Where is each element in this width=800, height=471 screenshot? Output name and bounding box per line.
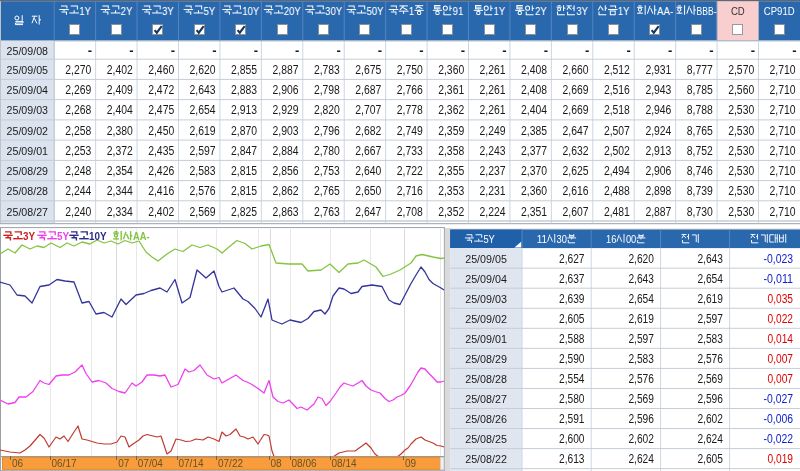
svg-text:08: 08 <box>271 458 283 469</box>
svg-text:2,472: 2,472 <box>148 83 174 97</box>
svg-text:2,502: 2,502 <box>604 144 630 158</box>
svg-text:2,600: 2,600 <box>559 432 585 446</box>
svg-text:2,620: 2,620 <box>190 63 216 77</box>
svg-text:2,530: 2,530 <box>728 184 754 198</box>
svg-text:2,654: 2,654 <box>628 292 654 306</box>
svg-text:2,583: 2,583 <box>697 332 723 346</box>
svg-text:2,898: 2,898 <box>645 184 671 198</box>
svg-text:2,884: 2,884 <box>273 144 299 158</box>
svg-text:2,707: 2,707 <box>355 103 381 117</box>
svg-text:2,616: 2,616 <box>563 184 589 198</box>
svg-text:91: 91 <box>453 5 464 17</box>
svg-text:-: - <box>709 43 713 58</box>
svg-text:2,650: 2,650 <box>355 184 381 198</box>
svg-text:2,481: 2,481 <box>604 205 630 219</box>
svg-text:8,752: 8,752 <box>687 144 713 158</box>
svg-text:0,019: 0,019 <box>768 452 794 466</box>
svg-text:2,906: 2,906 <box>645 164 671 178</box>
svg-text:2,619: 2,619 <box>190 124 216 138</box>
svg-text:-0,023: -0,023 <box>764 252 794 266</box>
svg-text:2,619: 2,619 <box>628 312 654 326</box>
svg-text:2,404: 2,404 <box>107 103 133 117</box>
svg-text:2,753: 2,753 <box>314 164 340 178</box>
svg-text:2,569: 2,569 <box>628 392 654 406</box>
svg-text:2,409: 2,409 <box>107 83 133 97</box>
svg-text:-0,027: -0,027 <box>764 392 794 406</box>
svg-text:10Y: 10Y <box>89 230 107 242</box>
svg-text:2,766: 2,766 <box>397 83 423 97</box>
svg-text:25/08/28: 25/08/28 <box>465 372 507 385</box>
svg-text:2,361: 2,361 <box>438 83 464 97</box>
svg-text:11: 11 <box>537 233 547 245</box>
svg-text:25/09/05: 25/09/05 <box>7 63 49 76</box>
svg-text:2,643: 2,643 <box>628 272 654 286</box>
svg-text:16: 16 <box>606 233 616 245</box>
svg-text:2,620: 2,620 <box>628 252 654 266</box>
svg-text:25/09/05: 25/09/05 <box>465 252 507 265</box>
svg-text:2,570: 2,570 <box>728 63 754 77</box>
svg-text:3Y: 3Y <box>576 5 588 17</box>
svg-text:-: - <box>88 43 92 58</box>
svg-text:-: - <box>502 43 506 58</box>
svg-text:2,749: 2,749 <box>397 124 423 138</box>
svg-text:2,887: 2,887 <box>645 205 671 219</box>
svg-text:2,231: 2,231 <box>480 184 506 198</box>
svg-text:8,785: 8,785 <box>687 83 713 97</box>
svg-text:2,820: 2,820 <box>314 103 340 117</box>
svg-text:2,643: 2,643 <box>190 83 216 97</box>
svg-text:2,560: 2,560 <box>728 83 754 97</box>
svg-text:2,708: 2,708 <box>397 205 423 219</box>
svg-text:25/08/22: 25/08/22 <box>465 452 507 465</box>
svg-text:0,035: 0,035 <box>768 292 794 306</box>
svg-text:2,783: 2,783 <box>314 63 340 77</box>
svg-text:2,815: 2,815 <box>231 184 257 198</box>
svg-text:2,710: 2,710 <box>770 63 796 77</box>
svg-text:AA-: AA- <box>133 230 150 242</box>
svg-text:-: - <box>751 43 755 58</box>
svg-text:8,765: 8,765 <box>687 124 713 138</box>
svg-text:2,240: 2,240 <box>65 205 91 219</box>
svg-text:2,258: 2,258 <box>65 124 91 138</box>
svg-text:2,530: 2,530 <box>728 124 754 138</box>
svg-text:2,576: 2,576 <box>697 352 723 366</box>
svg-text:2,943: 2,943 <box>645 83 671 97</box>
svg-text:2,569: 2,569 <box>697 372 723 386</box>
svg-text:2,605: 2,605 <box>559 312 585 326</box>
svg-text:2,710: 2,710 <box>770 144 796 158</box>
svg-text:30: 30 <box>557 233 567 245</box>
svg-text:1Y: 1Y <box>494 5 506 17</box>
svg-text:2,796: 2,796 <box>314 124 340 138</box>
svg-text:2,647: 2,647 <box>355 205 381 219</box>
svg-text:2,716: 2,716 <box>397 184 423 198</box>
svg-text:25/08/29: 25/08/29 <box>7 164 49 177</box>
svg-text:2,931: 2,931 <box>645 63 671 77</box>
svg-text:2,639: 2,639 <box>559 292 585 306</box>
svg-text:2,512: 2,512 <box>604 63 630 77</box>
svg-text:2,530: 2,530 <box>728 164 754 178</box>
svg-text:08/06: 08/06 <box>292 458 317 469</box>
svg-text:2,408: 2,408 <box>521 83 547 97</box>
svg-text:2,261: 2,261 <box>480 103 506 117</box>
svg-text:2,640: 2,640 <box>355 164 381 178</box>
svg-text:1Y: 1Y <box>79 5 91 17</box>
svg-text:2,913: 2,913 <box>231 103 257 117</box>
svg-text:8,777: 8,777 <box>687 63 713 77</box>
svg-text:2,855: 2,855 <box>231 63 257 77</box>
svg-text:2,494: 2,494 <box>604 164 630 178</box>
svg-text:2,362: 2,362 <box>438 103 464 117</box>
svg-text:2,815: 2,815 <box>231 164 257 178</box>
svg-text:2,710: 2,710 <box>770 205 796 219</box>
svg-text:2,507: 2,507 <box>604 124 630 138</box>
svg-text:25/08/29: 25/08/29 <box>465 352 507 365</box>
svg-text:2,667: 2,667 <box>355 144 381 158</box>
svg-text:2,588: 2,588 <box>559 332 585 346</box>
svg-text:07/22: 07/22 <box>218 458 243 469</box>
svg-text:2,637: 2,637 <box>559 272 585 286</box>
svg-text:07/14: 07/14 <box>179 458 204 469</box>
svg-text:2,516: 2,516 <box>604 83 630 97</box>
svg-text:2,647: 2,647 <box>563 124 589 138</box>
svg-text:2,596: 2,596 <box>697 392 723 406</box>
svg-text:25/09/01: 25/09/01 <box>465 332 507 345</box>
svg-text:20Y: 20Y <box>284 5 302 17</box>
svg-text:2,929: 2,929 <box>273 103 299 117</box>
